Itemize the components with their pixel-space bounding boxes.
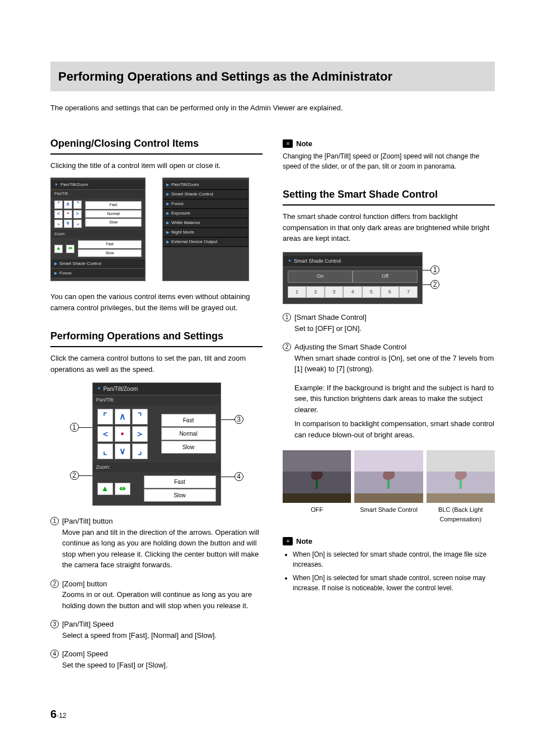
ptz-figure: ▼Pan/Tilt/Zoom Pan/Tilt: ⌜ ∧ ⌝ ＜ • ＞ ⌞ ∨	[70, 382, 243, 506]
pan-tilt-up-right[interactable]: ⌝	[132, 409, 148, 424]
disclosure-triangle-icon: ▼	[54, 182, 58, 188]
pan-tilt-left[interactable]: ＜	[97, 426, 113, 442]
page-title-bar: Performing Operations and Settings as th…	[50, 62, 495, 91]
disclosure-triangle-icon: ▼	[288, 258, 292, 264]
section-performing: Performing Operations and Settings	[50, 329, 263, 347]
ssc-figure: ▼Smart Shade Control On Off 1 2 3 4 5 6 …	[283, 252, 439, 305]
pan-tilt-right[interactable]: ＞	[132, 426, 148, 442]
ssc-callout-2: 2	[430, 280, 439, 289]
pan-tilt-center[interactable]: •	[115, 426, 130, 442]
pan-tilt-down-right[interactable]: ⌟	[132, 444, 148, 459]
ssc-example1: Example: If the background is bright and…	[294, 382, 495, 416]
callout-1: 1	[70, 423, 79, 432]
zoom-in[interactable]: ▲	[97, 483, 113, 495]
comp-img-ssc	[354, 450, 423, 503]
zoom-speed-slow[interactable]: Slow	[144, 489, 216, 502]
left-column: Opening/Closing Control Items Clicking t…	[50, 136, 263, 679]
ssc-toggle[interactable]: On Off	[288, 270, 418, 283]
ssc-callout-1: 1	[430, 265, 439, 274]
page-title: Performing Operations and Settings as th…	[58, 67, 487, 86]
pan-tilt-buttons[interactable]: ⌜ ∧ ⌝ ＜ • ＞ ⌞ ∨ ⌟	[97, 409, 148, 459]
zoom-out[interactable]: ⇔	[115, 483, 130, 495]
right-column: ≡ Note Changing the [Pan/Tilt] speed or …	[283, 136, 495, 679]
pan-tilt-up[interactable]: ∧	[115, 409, 130, 424]
pan-tilt-down-left[interactable]: ⌞	[97, 444, 113, 459]
note-heading-2: ≡ Note	[283, 536, 495, 547]
speed-normal[interactable]: Normal	[161, 427, 216, 440]
callout-3: 3	[235, 415, 243, 424]
callout-4: 4	[235, 472, 243, 481]
callout-2: 2	[70, 471, 79, 480]
zoom-buttons[interactable]: ▲ ⇔	[97, 483, 130, 495]
panel-ptz-open: ▼Pan/Tilt/Zoom Pan/Tilt: ⌜∧⌝ ＜•＞ ⌞∨⌟ Fas…	[50, 178, 146, 281]
note1-text: Changing the [Pan/Tilt] speed or [Zoom] …	[283, 151, 495, 171]
note2-list: When [On] is selected for smart shade co…	[283, 549, 495, 593]
pan-tilt-down[interactable]: ∨	[115, 444, 130, 459]
ssc-off[interactable]: Off	[353, 270, 418, 283]
intro-text: The operations and settings that can be …	[50, 102, 495, 114]
speed-slow[interactable]: Slow	[161, 441, 216, 454]
sec2-text: Click the camera control buttons to set …	[50, 353, 263, 375]
zoom-speed-fast[interactable]: Fast	[144, 475, 216, 488]
disclosure-triangle-icon: ▼	[97, 386, 101, 392]
note-heading-1: ≡ Note	[283, 138, 495, 150]
ssc-levels[interactable]: 1 2 3 4 5 6 7	[288, 286, 418, 298]
ssc-on[interactable]: On	[288, 270, 353, 283]
section-opening-closing: Opening/Closing Control Items	[50, 136, 263, 155]
comparison-row: OFF Smart Shade Control BLC (Back Light …	[283, 450, 495, 524]
sec3-text: The smart shade control function differs…	[283, 211, 495, 244]
page-number: 6-12	[50, 706, 66, 722]
note-icon: ≡	[283, 537, 293, 545]
speed-fast[interactable]: Fast	[161, 414, 216, 427]
note-icon: ≡	[283, 139, 293, 148]
panel-collapsed-list: ▶Pan/Tilt/Zoom ▶Smart Shade Control ▶Foc…	[162, 178, 249, 281]
pan-tilt-speed[interactable]: Fast Normal Slow	[161, 414, 216, 454]
sec1-text: Clicking the title of a control item wil…	[50, 160, 263, 171]
comp-img-off	[283, 450, 351, 503]
section-smart-shade: Setting the Smart Shade Control	[283, 187, 495, 206]
sec1-after: You can open the various control items e…	[50, 291, 263, 313]
zoom-speed[interactable]: Fast Slow	[144, 475, 216, 502]
comp-img-blc	[427, 450, 495, 503]
ptz-definitions: 1[Pan/Tilt] button Move pan and tilt in …	[50, 516, 263, 670]
mini-screenshots: ▼Pan/Tilt/Zoom Pan/Tilt: ⌜∧⌝ ＜•＞ ⌞∨⌟ Fas…	[50, 178, 263, 281]
pan-tilt-up-left[interactable]: ⌜	[97, 409, 113, 424]
ssc-example2: In comparison to backlight compensation,…	[294, 418, 495, 440]
